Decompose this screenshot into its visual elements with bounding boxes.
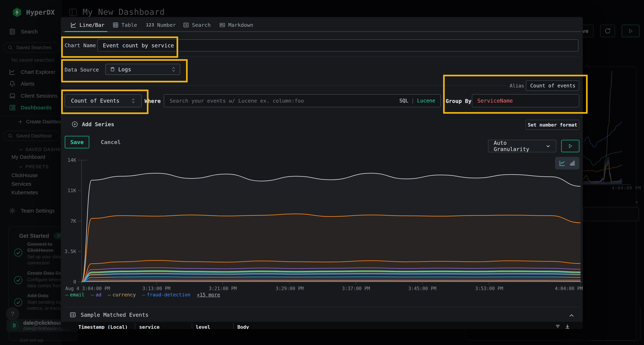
legend-series-name: email: [70, 292, 84, 298]
tab-markdown[interactable]: Markdown: [219, 22, 253, 28]
tab-search[interactable]: Search: [183, 22, 211, 28]
legend-series-name: ad: [96, 292, 102, 298]
sample-events-divider: [64, 307, 579, 307]
tab-label: Number: [157, 22, 176, 28]
tab-table[interactable]: Table: [112, 22, 137, 28]
download-icon[interactable]: [564, 324, 570, 329]
list-icon: [70, 312, 76, 318]
chart-legend: — email — ad — currency — fraud-detectio…: [65, 292, 225, 298]
set-number-format-button[interactable]: Set number format: [526, 120, 580, 130]
line-chart-icon: [70, 22, 76, 28]
main-chart[interactable]: 03.5K7K11K14KAug 4 3:04:00 PM3:13:00 PM3…: [61, 157, 583, 293]
sql-toggle[interactable]: SQL: [399, 98, 408, 104]
sample-events-header[interactable]: Sample Matched Events: [70, 312, 148, 318]
svg-text:3:37:00 PM: 3:37:00 PM: [342, 286, 370, 291]
granularity-select[interactable]: Auto Granularity: [488, 140, 556, 152]
tab-number[interactable]: 123 Number: [146, 22, 176, 28]
play-icon: [568, 144, 573, 149]
legend-item[interactable]: — email: [65, 292, 84, 298]
save-button[interactable]: Save: [65, 136, 89, 148]
number-123-icon: 123: [146, 22, 154, 27]
tab-label: Markdown: [228, 22, 253, 28]
column-header-timestamp[interactable]: Timestamp (Local): [78, 324, 128, 329]
sample-events-table-header: Timestamp (Local) service level Body: [61, 322, 583, 329]
tab-line-bar[interactable]: Line/Bar: [70, 22, 104, 28]
cancel-button[interactable]: Cancel: [101, 139, 121, 145]
svg-text:3.5K: 3.5K: [64, 249, 76, 254]
svg-text:0: 0: [73, 279, 76, 285]
add-series-label: Add Series: [82, 121, 114, 127]
column-separator[interactable]: [192, 323, 192, 329]
legend-item[interactable]: — fraud-detection: [142, 292, 190, 298]
where-input-wrap[interactable]: SQL | Lucene: [164, 94, 440, 107]
app-root: My New Dashboard Save 4:04:00 PM: [0, 0, 644, 345]
svg-text:4:04:00 PM: 4:04:00 PM: [555, 286, 583, 291]
column-separator[interactable]: [135, 323, 135, 329]
tab-bar: Line/Bar Table 123 Number Search: [61, 17, 583, 32]
svg-text:3:29:00 PM: 3:29:00 PM: [276, 286, 304, 291]
annotation-alias-group-by: [443, 75, 588, 114]
table-icon: [112, 22, 118, 28]
svg-text:11K: 11K: [68, 188, 76, 193]
legend-more-label: +15 more: [197, 292, 220, 298]
legend-more-link[interactable]: +15 more: [197, 292, 220, 298]
language-toggle-divider: |: [411, 98, 414, 104]
add-series-button[interactable]: Add Series: [72, 121, 114, 127]
svg-text:3:21:00 PM: 3:21:00 PM: [209, 286, 237, 291]
legend-dash: —: [65, 292, 68, 298]
chevron-down-icon: [546, 143, 550, 149]
svg-text:3:53:00 PM: 3:53:00 PM: [475, 286, 503, 291]
svg-text:Aug 4 3:04:00 PM: Aug 4 3:04:00 PM: [65, 286, 110, 291]
legend-item[interactable]: — currency: [108, 292, 136, 298]
search-list-icon: [183, 22, 189, 28]
legend-dash: —: [91, 292, 94, 298]
annotation-chart-name: [61, 36, 178, 58]
column-header-service[interactable]: service: [139, 324, 160, 329]
annotation-data-source: [61, 59, 188, 82]
column-separator[interactable]: [233, 323, 234, 329]
granularity-value: Auto Granularity: [494, 140, 542, 152]
markdown-icon: [219, 22, 226, 28]
column-header-body[interactable]: Body: [238, 324, 249, 329]
tab-track: [62, 31, 581, 32]
legend-series-name: currency: [112, 292, 136, 298]
tab-active-underline: [65, 31, 107, 32]
svg-text:3:45:00 PM: 3:45:00 PM: [408, 286, 436, 291]
set-number-format-label: Set number format: [528, 122, 577, 128]
legend-series-name: fraud-detection: [147, 292, 190, 298]
run-query-button[interactable]: [561, 140, 580, 152]
series-divider: [64, 85, 506, 86]
filter-icon[interactable]: [555, 324, 561, 329]
legend-item[interactable]: — ad: [91, 292, 102, 298]
lucene-toggle[interactable]: Lucene: [417, 98, 435, 104]
tab-label: Line/Bar: [80, 22, 104, 28]
column-header-level[interactable]: level: [196, 324, 210, 329]
svg-text:7K: 7K: [70, 218, 76, 224]
svg-text:14K: 14K: [68, 157, 76, 163]
cancel-label: Cancel: [101, 139, 121, 145]
annotation-aggregation: [61, 89, 148, 114]
language-toggle[interactable]: SQL | Lucene: [399, 98, 435, 104]
legend-dash: —: [108, 292, 111, 298]
tab-label: Table: [122, 22, 137, 28]
collapse-chevron-up-icon[interactable]: [568, 313, 574, 319]
where-input[interactable]: [169, 98, 396, 104]
plus-circle-icon: [72, 121, 78, 127]
save-label: Save: [70, 139, 84, 145]
tab-label: Search: [192, 22, 211, 28]
sample-events-title: Sample Matched Events: [81, 312, 148, 318]
legend-dash: —: [142, 292, 145, 298]
svg-text:3:13:00 PM: 3:13:00 PM: [142, 286, 170, 291]
